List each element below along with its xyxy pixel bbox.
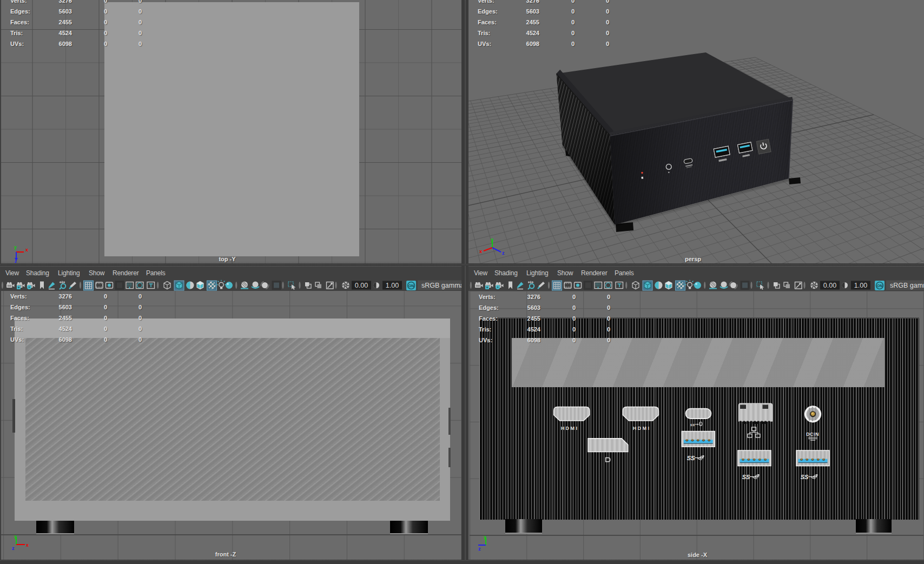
svg-text:0.00: 0.00	[355, 282, 368, 289]
svg-text:x: x	[479, 249, 482, 254]
svg-text:DCIN: DCIN	[806, 432, 819, 437]
svg-text:HDMI: HDMI	[633, 426, 651, 431]
svg-text:z: z	[15, 259, 17, 263]
svg-text:y: y	[14, 534, 17, 539]
svg-text:x: x	[25, 247, 28, 253]
svg-text:sRGB gamma: sRGB gamma	[421, 282, 464, 289]
svg-text:z: z	[502, 250, 505, 256]
svg-text:y: y	[484, 534, 486, 540]
svg-text:y: y	[14, 244, 17, 250]
svg-text:z: z	[478, 546, 481, 552]
svg-text:x: x	[26, 542, 29, 548]
svg-text:y: y	[491, 237, 493, 242]
svg-text:1.00: 1.00	[386, 282, 399, 289]
svg-text:ON: ON	[408, 284, 414, 288]
svg-text:ss: ss	[690, 422, 695, 427]
svg-text:z: z	[12, 546, 15, 551]
svg-text:SS: SS	[801, 474, 809, 480]
svg-text:SS: SS	[742, 474, 750, 480]
svg-text:HDMI: HDMI	[561, 426, 579, 431]
svg-text:SS: SS	[687, 455, 695, 461]
